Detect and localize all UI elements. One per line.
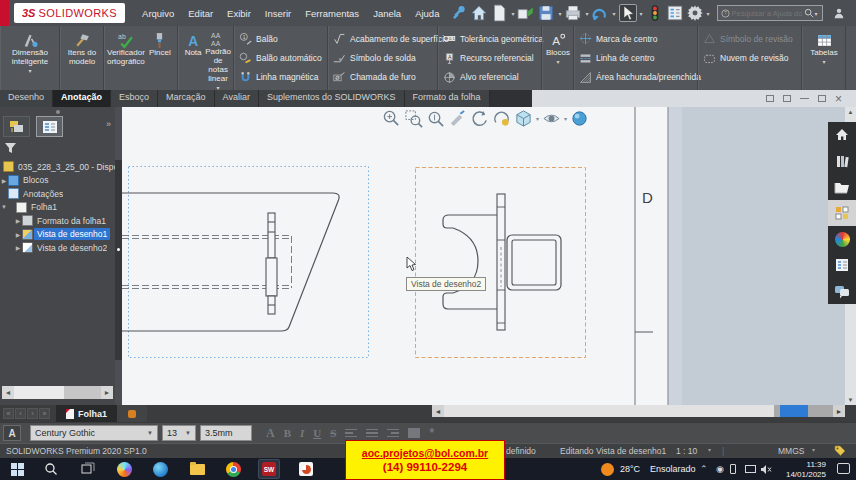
forum-chat-icon[interactable]	[828, 278, 856, 304]
surface-finish-button[interactable]: Acabamento de superfície	[333, 30, 433, 47]
pin-icon[interactable]	[450, 4, 468, 22]
weather-temp-label[interactable]: 28°C	[620, 458, 640, 480]
feature-manager-tab-icon[interactable]	[3, 116, 30, 137]
next-sheet-icon[interactable]: ›	[27, 408, 38, 419]
hole-callout-button[interactable]: Chamada de furo	[333, 69, 433, 86]
format-painter-button[interactable]: Pincel	[145, 28, 175, 88]
gear-caret-icon[interactable]: ▾	[707, 10, 710, 17]
search-icon[interactable]	[40, 459, 62, 479]
taskbar-clock[interactable]: 11:39 14/01/2025	[786, 460, 826, 479]
view-orientation-caret-icon[interactable]: ▾	[536, 115, 539, 122]
expand-arrow-icon[interactable]: ▶	[14, 217, 22, 224]
view2-plate[interactable]	[497, 194, 505, 330]
menu-inserir[interactable]: Inserir	[258, 8, 298, 19]
open-folder-icon[interactable]	[828, 174, 856, 200]
display-manager-tab-icon[interactable]	[36, 116, 63, 137]
doc-close-icon[interactable]: ×	[835, 93, 842, 105]
view-orientation-icon[interactable]	[514, 109, 533, 128]
resources-library-icon[interactable]	[828, 148, 856, 174]
3d-drawing-view-icon[interactable]	[492, 109, 511, 128]
undo-icon[interactable]	[591, 4, 609, 22]
tab-formato-da-folha[interactable]: Formato da folha	[405, 90, 490, 107]
font-size-caret-icon[interactable]: ▼	[185, 430, 191, 436]
dropdown-caret-icon[interactable]: ▾	[822, 59, 825, 66]
help-search-box[interactable]: ? ▾	[717, 5, 823, 21]
undo-caret-icon[interactable]: ▾	[612, 10, 615, 17]
menu-ferramentas[interactable]: Ferramentas	[298, 8, 366, 19]
magnetic-line-button[interactable]: Linha magnética	[239, 69, 323, 86]
unit-system-value[interactable]: MMGS	[778, 446, 804, 456]
menu-exibir[interactable]: Exibir	[220, 8, 258, 19]
font-family-caret-icon[interactable]: ▼	[147, 430, 153, 436]
select-arrow-icon[interactable]	[619, 4, 637, 22]
notification-center-icon[interactable]	[837, 463, 850, 474]
zoom-inout-icon[interactable]	[426, 109, 445, 128]
file-explorer-icon[interactable]	[186, 459, 208, 479]
font-family-select[interactable]: Century Gothic ▼	[30, 425, 158, 441]
tree-item-vista-desenho1[interactable]: ▶ Vista de desenho1	[0, 228, 115, 242]
zoom-area-icon[interactable]	[404, 109, 423, 128]
tables-button[interactable]: Tabelas ▾	[805, 28, 843, 88]
tag-icon[interactable]	[834, 445, 846, 456]
view-settings-icon[interactable]	[570, 109, 589, 128]
spell-checker-button[interactable]: ab Verificador ortográfico	[107, 28, 145, 88]
tab-marcacao[interactable]: Marcação	[158, 90, 215, 107]
scale-caret-icon[interactable]: ▾	[708, 446, 711, 453]
tab-suplementos[interactable]: Suplementos do SOLIDWORKS	[259, 90, 405, 107]
tab-esboco[interactable]: Esboço	[111, 90, 158, 107]
graphics-area[interactable]: ▾ ▾ Vista de desenho2 D	[122, 107, 845, 405]
section-view-icon[interactable]	[448, 109, 467, 128]
balloon-button[interactable]: 1 Balão	[239, 30, 323, 47]
doc-restore-icon[interactable]	[818, 95, 826, 102]
note-format-icon[interactable]: A	[3, 425, 21, 441]
search-input[interactable]	[730, 8, 804, 19]
centerline-button[interactable]: Linha de centro	[579, 50, 693, 67]
network-display-icon[interactable]	[742, 459, 758, 479]
panel-grip[interactable]	[56, 110, 60, 114]
tree-item-blocos[interactable]: ▶ Blocos	[0, 174, 115, 188]
doc-next-window-icon[interactable]	[783, 95, 791, 102]
prev-sheet-icon[interactable]: ‹	[15, 408, 26, 419]
filter-icon[interactable]	[4, 142, 17, 154]
tree-root[interactable]: 035_228_3_25_00 - Dispositiv	[0, 160, 115, 174]
font-size-select[interactable]: 13 ▼	[162, 425, 196, 441]
add-sheet-tab[interactable]	[117, 405, 147, 422]
geometric-tolerance-button[interactable]: 0.1 Tolerância geométrica	[443, 30, 537, 47]
panel-horizontal-scrollbar[interactable]: ◄ ►	[2, 386, 113, 399]
tree-item-vista-desenho2[interactable]: ▶ Vista de desenho2	[0, 241, 115, 255]
start-button[interactable]	[6, 459, 28, 479]
new-document-icon[interactable]	[490, 4, 508, 22]
tree-item-anotacoes[interactable]: Anotações	[0, 187, 115, 201]
gear-icon[interactable]	[686, 4, 704, 22]
last-sheet-icon[interactable]: »	[39, 408, 50, 419]
tab-avaliar[interactable]: Avaliar	[215, 90, 259, 107]
panel-expand-chevron-icon[interactable]: »	[106, 119, 111, 129]
weld-symbol-button[interactable]: Símbolo de solda	[333, 50, 433, 67]
new-document-caret-icon[interactable]: ▾	[511, 10, 514, 17]
center-mark-button[interactable]: Marca de centro	[579, 30, 693, 47]
edge-icon[interactable]	[149, 459, 171, 479]
scrollbar-thumb[interactable]	[14, 386, 64, 399]
display-style-caret-icon[interactable]: ▾	[564, 115, 567, 122]
solidworks-taskbar-icon[interactable]: SW	[258, 459, 280, 479]
save-caret-icon[interactable]: ▾	[558, 10, 561, 17]
expand-arrow-icon[interactable]: ▶	[0, 177, 8, 184]
tree-item-formato-folha1[interactable]: ▶ Formato da folha1	[0, 214, 115, 228]
design-library-icon[interactable]	[828, 200, 856, 226]
units-caret-icon[interactable]: ▾	[812, 446, 815, 453]
tab-anotacao[interactable]: Anotação	[53, 90, 111, 107]
collapse-arrow-icon[interactable]: ▼	[0, 204, 8, 210]
splitter-handle[interactable]	[117, 248, 120, 251]
print-caret-icon[interactable]: ▾	[585, 10, 588, 17]
doc-minimize-icon[interactable]	[800, 98, 809, 99]
scroll-left-icon[interactable]: ◄	[2, 386, 14, 399]
datum-target-button[interactable]: Alvo referencial	[443, 69, 537, 86]
user-icon[interactable]	[833, 7, 845, 19]
scroll-down-icon[interactable]: ▼	[848, 395, 854, 405]
powerpoint-icon[interactable]	[295, 459, 317, 479]
menu-ajuda[interactable]: Ajuda	[408, 8, 446, 19]
sheet-tab-folha1[interactable]: Folha1	[56, 405, 117, 422]
sheet-scale-value[interactable]: 1 : 10	[676, 446, 697, 456]
task-view-icon[interactable]	[77, 459, 99, 479]
record-status-icon[interactable]: ◉	[716, 458, 724, 480]
